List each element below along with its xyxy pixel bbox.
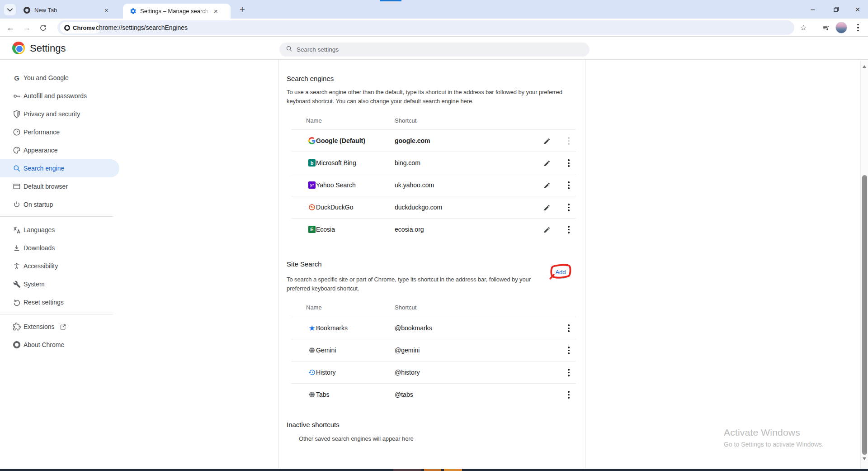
section-title-inactive-shortcuts: Inactive shortcuts — [287, 421, 340, 428]
tab-settings-active[interactable]: Settings – Manage search engines × — [123, 4, 231, 19]
engine-name: Yahoo Search — [316, 181, 356, 189]
sidebar-item-search-engine[interactable]: Search engine — [0, 159, 119, 177]
chrome-url-chip[interactable]: Chrome — [60, 22, 100, 33]
sidebar-item-privacy[interactable]: Privacy and security — [0, 105, 119, 123]
top-progress-bar — [380, 0, 401, 1]
tab-title: Settings – Manage search engines — [140, 8, 212, 14]
reset-arrow-icon — [12, 298, 21, 307]
chevron-down-icon — [7, 6, 13, 13]
more-actions-button[interactable] — [563, 345, 574, 356]
engine-name: Ecosia — [316, 226, 335, 233]
profile-avatar[interactable] — [835, 22, 847, 33]
more-actions-button[interactable] — [563, 390, 574, 400]
taskbar-icon-edge — [393, 469, 421, 471]
tab-close-button[interactable]: × — [102, 6, 111, 14]
scrollbar-up-arrow[interactable] — [863, 65, 866, 68]
sidebar-item-extensions[interactable]: Extensions — [0, 318, 119, 336]
tab-close-button[interactable]: × — [212, 7, 220, 15]
sidebar-item-reset-settings[interactable]: Reset settings — [0, 293, 119, 311]
site-name: Tabs — [316, 391, 330, 398]
palette-icon — [12, 146, 21, 155]
sidebar-item-on-startup[interactable]: On startup — [0, 195, 119, 214]
search-engines-description: To use a search engine other than the de… — [287, 88, 562, 106]
sidebar-item-default-browser[interactable]: Default browser — [0, 177, 119, 195]
more-actions-button-disabled — [563, 136, 574, 147]
ecosia-favicon: E — [308, 226, 316, 233]
taskbar-icon-edge — [444, 469, 462, 471]
site-shortcut: @gemini — [395, 347, 420, 354]
more-actions-button[interactable] — [563, 158, 574, 169]
more-actions-button[interactable] — [563, 323, 574, 334]
power-icon — [12, 200, 21, 209]
settings-search-bar[interactable] — [279, 43, 590, 57]
address-bar[interactable]: Chrome chrome://settings/searchEngines — [57, 20, 794, 35]
edit-button[interactable] — [542, 224, 552, 235]
section-title-search-engines: Search engines — [287, 75, 334, 82]
sidebar-item-system[interactable]: System — [0, 275, 119, 293]
window-restore-button[interactable] — [826, 0, 847, 19]
sidebar-item-autofill[interactable]: Autofill and passwords — [0, 87, 119, 105]
sidebar-divider — [0, 216, 113, 217]
scrollbar-thumb[interactable] — [862, 175, 867, 455]
settings-search-input[interactable] — [297, 46, 568, 53]
tab-search-button[interactable] — [4, 4, 16, 15]
column-header-shortcut: Shortcut — [395, 304, 416, 311]
more-actions-button[interactable] — [563, 180, 574, 191]
new-tab-button[interactable]: + — [236, 4, 249, 15]
sidebar-item-accessibility[interactable]: Accessibility — [0, 257, 119, 275]
sidebar-item-about-chrome[interactable]: About Chrome — [0, 336, 119, 354]
chromium-icon — [64, 25, 70, 31]
translate-icon — [12, 225, 21, 234]
download-icon — [12, 243, 21, 252]
engine-name: Google (Default) — [316, 137, 365, 144]
accessibility-person-icon — [12, 262, 21, 271]
edit-button[interactable] — [542, 158, 552, 169]
globe-icon — [308, 347, 316, 354]
sidebar-item-you-and-google[interactable]: G You and Google — [0, 69, 119, 87]
back-button[interactable]: ← — [4, 21, 17, 34]
site-search-description: To search a specific site or part of Chr… — [287, 275, 531, 293]
page-scrollbar[interactable] — [860, 61, 868, 471]
browser-menu-icon[interactable] — [852, 21, 864, 34]
window-minimize-button[interactable]: – — [802, 0, 823, 19]
sidebar-divider — [0, 314, 113, 314]
scrollbar-down-arrow[interactable] — [863, 457, 866, 460]
edit-button[interactable] — [542, 180, 552, 191]
sidebar-item-downloads[interactable]: Downloads — [0, 239, 119, 257]
sidebar-item-languages[interactable]: Languages — [0, 221, 119, 239]
globe-icon — [308, 391, 316, 398]
forward-button[interactable]: → — [20, 21, 33, 34]
search-engine-row-ecosia: E Ecosia ecosia.org — [291, 218, 576, 240]
reload-button[interactable] — [37, 21, 49, 34]
sidebar-item-appearance[interactable]: Appearance — [0, 141, 119, 159]
windows-taskbar-edge — [0, 469, 868, 471]
more-actions-button[interactable] — [563, 367, 574, 378]
engine-shortcut: google.com — [395, 137, 430, 144]
site-search-table: ★ Bookmarks @bookmarks Gemini @gemini Hi… — [291, 317, 576, 405]
url-text: chrome://settings/searchEngines — [96, 20, 188, 35]
engine-name: DuckDuckGo — [316, 204, 353, 211]
engine-shortcut: bing.com — [395, 159, 420, 167]
engine-name: Microsoft Bing — [316, 159, 356, 167]
external-link-icon — [60, 324, 66, 330]
more-actions-button[interactable] — [563, 202, 574, 213]
site-shortcut: @tabs — [395, 391, 413, 398]
site-search-row-bookmarks: ★ Bookmarks @bookmarks — [291, 317, 576, 339]
search-engine-row-google: Google (Default) google.com — [291, 129, 576, 152]
google-favicon — [308, 137, 316, 144]
column-header-shortcut: Shortcut — [395, 117, 416, 124]
site-shortcut: @history — [395, 369, 420, 376]
window-close-button[interactable]: × — [847, 0, 868, 19]
bookmark-star-icon[interactable]: ☆ — [797, 21, 810, 34]
media-controls-icon[interactable] — [820, 21, 832, 34]
add-site-search-button[interactable]: Add — [551, 265, 570, 279]
more-actions-button[interactable] — [563, 224, 574, 235]
google-g-icon: G — [12, 73, 21, 82]
sidebar-item-performance[interactable]: Performance — [0, 123, 119, 141]
taskbar-icon-edge — [424, 469, 441, 471]
puzzle-icon — [12, 322, 21, 331]
edit-button[interactable] — [542, 202, 552, 213]
edit-button[interactable] — [542, 136, 552, 147]
tab-strip: New Tab × Settings – Manage search engin… — [0, 0, 868, 19]
tab-new-tab[interactable]: New Tab × — [17, 2, 120, 19]
